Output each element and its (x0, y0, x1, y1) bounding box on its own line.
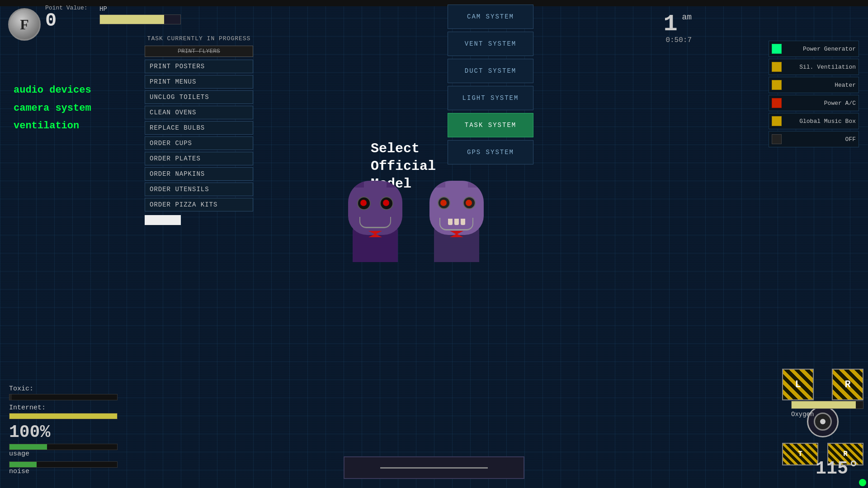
character-bonnie[interactable] (344, 181, 407, 262)
power-indicator-sil-vent (772, 62, 782, 72)
sys-btn-light[interactable]: LIGHT SYSTEM (448, 86, 533, 110)
toxic-bar-fill (9, 394, 12, 400)
oxygen-label: Oxygen (791, 411, 863, 418)
main-content: F Point Value: 0 HP 1 am 0:50:7 CAM SYST… (0, 0, 868, 488)
toxic-bar (9, 394, 118, 400)
time-hour: 1 (664, 11, 678, 38)
noise-row: noise (9, 461, 118, 475)
toxic-label: Toxic: (9, 385, 118, 393)
noise-bar-fill (9, 462, 37, 467)
task-item-6[interactable]: ORDER PLATES (145, 152, 253, 165)
power-indicator-power-ac (772, 98, 782, 108)
hp-label: HP (99, 5, 181, 13)
logo-coin: F (8, 8, 41, 41)
oxygen-bar-inner (792, 401, 856, 408)
scroll-indicator[interactable] (145, 215, 181, 225)
temperature-display: 115° (816, 459, 859, 479)
hp-bar-inner (100, 15, 164, 24)
circle-dot (820, 419, 826, 424)
hp-area: HP (99, 5, 181, 24)
power-label-generator: Power Generator (784, 46, 856, 52)
task-item-4[interactable]: REPLACE BULBS (145, 121, 253, 135)
sys-btn-gps[interactable]: GPS SYSTEM (448, 140, 533, 164)
oxygen-display: Oxygen (791, 401, 863, 418)
bottom-nav-bar-area (344, 456, 524, 479)
character-withered-bonnie[interactable] (425, 181, 488, 262)
task-in-progress: PRINT FLYERS (145, 46, 253, 57)
nav-line (380, 467, 488, 469)
power-item-generator[interactable]: Power Generator (769, 41, 859, 57)
toxic-row: Toxic: (9, 385, 118, 400)
internet-percent-display: 100% (9, 423, 118, 442)
bottom-nav-bar (344, 456, 524, 479)
time-display: 1 am 0:50:7 (664, 13, 692, 44)
time-period: am (682, 13, 692, 22)
task-item-3[interactable]: CLEAN OVENS (145, 106, 253, 119)
hp-bar-outer (99, 14, 181, 24)
internet-row: Internet: (9, 404, 118, 419)
sidebar-item-camera: camera system (14, 99, 91, 117)
task-item-0[interactable]: PRINT POSTERS (145, 60, 253, 73)
right-power-panel: Power Generator Sil. Ventilation Heater … (769, 41, 859, 147)
characters-row (344, 181, 488, 262)
power-indicator-off (772, 134, 782, 144)
power-item-music-box[interactable]: Global Music Box (769, 113, 859, 129)
logo-letter: F (20, 16, 29, 33)
task-item-9[interactable]: ORDER PIZZA KITS (145, 198, 253, 211)
oxygen-bar-outer (791, 401, 863, 409)
left-bottom-status: Toxic: Internet: 100% usage noise (0, 380, 127, 488)
point-value-area: Point Value: 0 (45, 5, 88, 30)
power-label-power-ac: Power A/C (784, 100, 856, 107)
power-item-power-ac[interactable]: Power A/C (769, 95, 859, 111)
task-current-label: TASK CURRENTLY IN PROGRESS (145, 35, 253, 42)
usage-bar (9, 444, 118, 450)
task-item-1[interactable]: PRINT MENUS (145, 75, 253, 89)
power-item-off[interactable]: OFF (769, 131, 859, 147)
power-indicator-heater (772, 80, 782, 90)
point-value-number: 0 (45, 11, 88, 30)
left-sidebar: audio devices camera system ventilation (14, 81, 91, 135)
hazard-btn-left[interactable]: L (782, 369, 814, 400)
sys-btn-task[interactable]: TASK SYSTEM (448, 113, 533, 137)
internet-label: Internet: (9, 404, 118, 412)
usage-bar-fill (9, 444, 47, 450)
noise-bar (9, 461, 118, 468)
system-buttons-panel: CAM SYSTEM VENT SYSTEM DUCT SYSTEM LIGHT… (448, 5, 533, 164)
power-label-music-box: Global Music Box (784, 118, 856, 125)
internet-bar (9, 413, 118, 419)
time-seconds: 0:50:7 (664, 36, 692, 44)
power-label-sil-vent: Sil. Ventilation (784, 64, 856, 70)
power-label-off: OFF (784, 136, 856, 143)
usage-row: usage (9, 444, 118, 458)
hazard-btn-right[interactable]: R (832, 369, 863, 400)
task-item-5[interactable]: ORDER CUPS (145, 136, 253, 150)
sys-btn-vent[interactable]: VENT SYSTEM (448, 32, 533, 56)
power-indicator-music-box (772, 116, 782, 126)
power-indicator-green (772, 44, 782, 54)
task-panel: TASK CURRENTLY IN PROGRESS PRINT FLYERS … (145, 35, 253, 225)
sidebar-item-audio: audio devices (14, 81, 91, 99)
sys-btn-duct[interactable]: DUCT SYSTEM (448, 59, 533, 83)
sys-btn-cam[interactable]: CAM SYSTEM (448, 5, 533, 29)
internet-bar-fill (9, 413, 117, 419)
power-item-heater[interactable]: Heater (769, 77, 859, 93)
power-item-sil-vent[interactable]: Sil. Ventilation (769, 59, 859, 75)
green-status-dot (859, 479, 866, 486)
hazard-btn-t[interactable]: T (782, 443, 818, 465)
noise-label: noise (9, 468, 118, 475)
task-item-8[interactable]: ORDER UTENSILS (145, 183, 253, 196)
task-item-7[interactable]: ORDER NAPKINS (145, 167, 253, 181)
usage-label: usage (9, 450, 118, 458)
power-label-heater: Heater (784, 82, 856, 89)
lr-hazard-row: L R (782, 369, 863, 400)
task-item-2[interactable]: UNCLOG TOILETS (145, 90, 253, 104)
sidebar-item-ventilation: ventilation (14, 117, 91, 135)
